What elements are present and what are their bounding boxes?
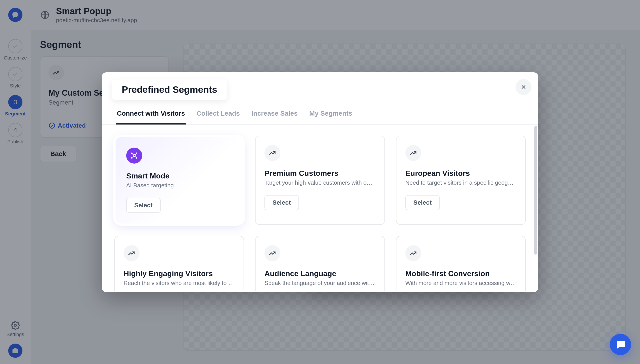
tab-increase-sales[interactable]: Increase Sales (251, 106, 299, 124)
svg-point-6 (132, 158, 132, 158)
modal-scrollbar[interactable] (534, 126, 537, 254)
modal-close-button[interactable] (516, 79, 532, 95)
segment-description: Need to target visitors in a specific ge… (405, 179, 516, 186)
segment-card-smart-mode[interactable]: Smart Mode AI Based targeting. Select (116, 137, 243, 224)
segment-description: Reach the visitors who are most likely t… (124, 280, 235, 286)
segment-title: Highly Engaging Visitors (124, 269, 235, 278)
tab-collect-leads[interactable]: Collect Leads (195, 106, 241, 124)
trend-icon (124, 245, 140, 261)
ai-icon (126, 148, 142, 164)
trend-icon (405, 145, 421, 161)
segment-title: Smart Mode (126, 172, 232, 180)
segment-card-highly-engaging[interactable]: Highly Engaging Visitors Reach the visit… (114, 236, 244, 291)
segment-description: AI Based targeting. (126, 182, 232, 189)
segment-card-audience-language[interactable]: Audience Language Speak the language of … (255, 236, 385, 291)
svg-point-4 (132, 153, 132, 154)
segment-description: Speak the language of your audience wit… (265, 280, 375, 286)
trend-icon (265, 145, 280, 161)
modal-overlay[interactable]: Predefined Segments Connect with Visitor… (0, 0, 640, 364)
help-chat-button[interactable] (610, 334, 631, 355)
modal-title: Predefined Segments (112, 80, 227, 100)
tab-connect-visitors[interactable]: Connect with Visitors (116, 106, 186, 124)
svg-point-5 (136, 153, 137, 154)
segment-title: Premium Customers (265, 169, 375, 178)
segment-card-premium-customers[interactable]: Premium Customers Target your high-value… (255, 136, 385, 225)
segment-title: Audience Language (265, 269, 375, 278)
select-button[interactable]: Select (126, 198, 161, 213)
trend-icon (405, 245, 421, 261)
select-button[interactable]: Select (265, 195, 299, 210)
tab-my-segments[interactable]: My Segments (308, 106, 353, 124)
close-icon (520, 84, 527, 90)
segment-title: European Visitors (405, 169, 516, 178)
segment-description: Target your high-value customers with o… (265, 179, 375, 186)
segment-title: Mobile-first Conversion (405, 269, 516, 278)
segment-description: With more and more visitors accessing w… (405, 280, 516, 286)
segment-card-european-visitors[interactable]: European Visitors Need to target visitor… (396, 136, 526, 225)
modal-tabs: Connect with Visitors Collect Leads Incr… (102, 106, 538, 124)
chat-icon (615, 339, 626, 350)
trend-icon (265, 245, 280, 261)
svg-point-7 (136, 158, 137, 158)
select-button[interactable]: Select (405, 195, 440, 210)
segment-card-mobile-first[interactable]: Mobile-first Conversion With more and mo… (396, 236, 526, 291)
predefined-segments-modal: Predefined Segments Connect with Visitor… (102, 72, 538, 292)
